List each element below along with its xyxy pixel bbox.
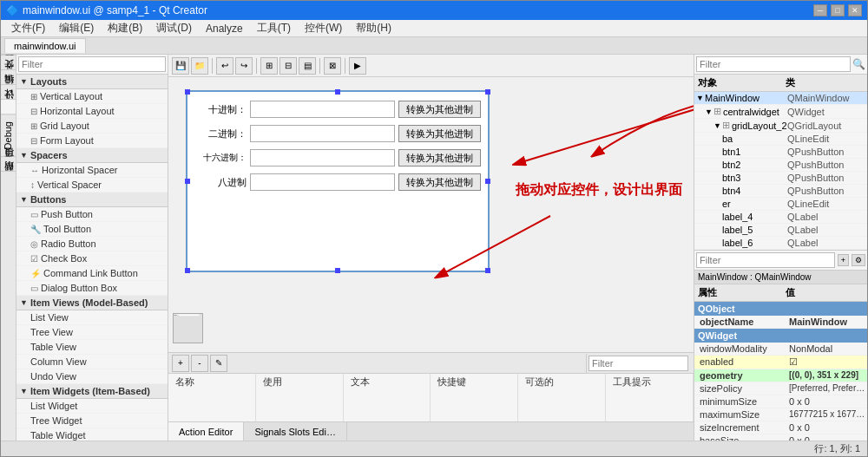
widget-check-box[interactable]: ☑ Check Box <box>16 251 168 266</box>
tree-item-btn1[interactable]: btn1 QPushButton <box>694 146 867 159</box>
input-decimal[interactable] <box>250 101 395 118</box>
tree-item-btn4[interactable]: btn4 QPushButton <box>694 185 867 198</box>
design-toolbar: 💾 📁 ↩ ↪ ⊞ ⊟ ▤ ⊠ ▶ <box>168 55 694 77</box>
menu-file[interactable]: 文件(F) <box>4 19 52 37</box>
toolbar-btn-preview[interactable]: ▶ <box>349 57 366 75</box>
tree-item-label4[interactable]: label_4 QLabel <box>694 211 867 224</box>
close-button[interactable]: ✕ <box>848 4 862 16</box>
bottom-filter-input[interactable] <box>589 356 688 371</box>
expand-icon: ▼ <box>20 195 28 204</box>
section-buttons[interactable]: ▼ Buttons <box>16 193 168 207</box>
prop-sizeincrement: sizeIncrement 0 x 0 <box>694 421 867 434</box>
vert-tab-edit[interactable]: 编辑 <box>1 84 16 99</box>
vert-tab-help[interactable]: 帮助 <box>1 171 16 186</box>
props-filter-btn[interactable]: + <box>838 254 849 266</box>
toolbar-btn-break[interactable]: ⊠ <box>324 57 341 75</box>
toolbar-btn-form[interactable]: ▤ <box>299 57 316 75</box>
tree-item-btn3[interactable]: btn3 QPushButton <box>694 172 867 185</box>
widget-filter-input[interactable] <box>18 56 166 72</box>
handle-tm <box>335 89 340 95</box>
menu-debug[interactable]: 调试(D) <box>149 19 199 37</box>
filter-icon: 🔍 <box>852 58 865 70</box>
widget-table-view[interactable]: Table View <box>16 340 168 355</box>
widget-tree-widget[interactable]: Tree Widget <box>16 414 168 428</box>
tab-signals-slots[interactable]: Signals Slots Edi… <box>244 422 347 441</box>
widget-list-widget[interactable]: List Widget <box>16 399 168 414</box>
btn-convert-0[interactable]: 转换为其他进制 <box>398 101 481 118</box>
file-tab[interactable]: mainwindow.ui <box>4 38 86 53</box>
form-container[interactable]: 十进制： 转换为其他进制 二进制： 转换为其他进制 十六进制： 转 <box>186 90 490 272</box>
btn-convert-1[interactable]: 转换为其他进制 <box>398 125 481 142</box>
widget-tool-button[interactable]: 🔧 Tool Button <box>16 222 168 237</box>
props-settings-btn[interactable]: ⚙ <box>852 254 865 266</box>
tree-item-mainwindow[interactable]: ▼ MainWindow QMainWindow <box>694 92 867 105</box>
toolbar-btn-redo[interactable]: ↪ <box>235 57 253 75</box>
toolbar-btn-open[interactable]: 📁 <box>191 57 208 75</box>
widget-tree-view[interactable]: Tree View <box>16 325 168 340</box>
input-hex[interactable] <box>250 149 395 166</box>
toolbar-btn-undo[interactable]: ↩ <box>216 57 233 75</box>
menu-tools[interactable]: 工具(T) <box>250 19 298 37</box>
menu-help[interactable]: 帮助(H) <box>349 19 398 37</box>
tab-action-editor[interactable]: Action Editor <box>168 422 244 441</box>
vert-tab-project[interactable]: 项目 <box>1 156 16 171</box>
vert-tab-debug[interactable]: Debug <box>1 114 16 156</box>
menu-build[interactable]: 构建(B) <box>101 19 149 37</box>
tree-item-label5[interactable]: label_5 QLabel <box>694 224 867 237</box>
section-spacers[interactable]: ▼ Spacers <box>16 148 168 163</box>
vert-tab-design[interactable]: 设计 <box>1 99 16 114</box>
widget-dialog-button[interactable]: ▭ Dialog Button Box <box>16 281 168 296</box>
widget-column-view[interactable]: Column View <box>16 355 168 369</box>
prop-si-value: 0 x 0 <box>787 422 865 433</box>
widget-undo-view[interactable]: Undo View <box>16 369 168 384</box>
widget-filter-box <box>16 55 168 75</box>
tree-item-ba[interactable]: ba QLineEdit <box>694 133 867 146</box>
maximize-button[interactable]: □ <box>831 4 845 16</box>
props-list: QObject objectName MainWindow QWidget wi… <box>694 302 867 441</box>
vert-tab-file[interactable]: 文件 <box>1 69 16 84</box>
btn-convert-3[interactable]: 转换为其他进制 <box>398 173 481 191</box>
handle-tl <box>185 89 190 95</box>
widget-vertical-layout[interactable]: ⊞ Vertical Layout <box>16 89 168 104</box>
btn-convert-2[interactable]: 转换为其他进制 <box>398 149 481 166</box>
action-del-btn[interactable]: - <box>191 355 208 372</box>
design-canvas[interactable]: 十进制： 转换为其他进制 二进制： 转换为其他进制 十六进制： 转 <box>168 77 694 352</box>
input-binary[interactable] <box>250 125 395 142</box>
tree-item-gridlayout[interactable]: ▼ ⊞ gridLayout_2 QGridLayout <box>694 119 867 133</box>
widget-list-view[interactable]: List View <box>16 310 168 325</box>
vert-tab-double-click[interactable]: 双击 <box>1 55 16 69</box>
layout-icon: ⊟ <box>30 136 37 146</box>
widget-vert-spacer[interactable]: ↕ Vertical Spacer <box>16 178 168 193</box>
widget-command-link[interactable]: ⚡ Command Link Button <box>16 266 168 281</box>
action-edit-btn[interactable]: ✎ <box>210 355 227 372</box>
object-filter-input[interactable] <box>696 56 851 72</box>
menu-edit[interactable]: 编辑(E) <box>52 19 101 37</box>
status-right: 行: 1, 列: 1 <box>814 442 860 455</box>
section-item-widgets[interactable]: ▼ Item Widgets (Item-Based) <box>16 384 168 399</box>
props-filter-input[interactable] <box>696 252 835 268</box>
tree-item-btn2[interactable]: btn2 QPushButton <box>694 159 867 172</box>
tree-item-label6[interactable]: label_6 QLabel <box>694 237 867 250</box>
tree-item-centralwidget[interactable]: ▼ ⊞ centralwidget QWidget <box>694 105 867 119</box>
minimize-button[interactable]: ─ <box>813 4 827 16</box>
tree-item-er[interactable]: er QLineEdit <box>694 198 867 211</box>
toolbar-btn-save[interactable]: 💾 <box>172 57 189 75</box>
input-octal[interactable] <box>250 173 395 191</box>
toolbar-btn-align[interactable]: ⊞ <box>260 57 278 75</box>
prop-enabled-value: ☑ <box>787 356 865 368</box>
widget-table-widget[interactable]: Table Widget <box>16 428 168 441</box>
widget-horiz-spacer[interactable]: ↔ Horizontal Spacer <box>16 163 168 178</box>
widget-push-button[interactable]: ▭ Push Button <box>16 207 168 222</box>
action-add-btn[interactable]: + <box>172 355 189 372</box>
bottom-panel: + - ✎ 名称 使用 文本 快捷键 可选的 工具提示 <box>168 352 694 421</box>
widget-form-layout[interactable]: ⊟ Form Layout <box>16 134 168 148</box>
menu-analyze[interactable]: Analyze <box>199 21 250 36</box>
section-item-views[interactable]: ▼ Item Views (Model-Based) <box>16 296 168 310</box>
widget-grid-layout[interactable]: ⊞ Grid Layout <box>16 119 168 134</box>
toolbar-btn-grid[interactable]: ⊟ <box>279 57 297 75</box>
widget-horizontal-layout[interactable]: ⊟ Horizontal Layout <box>16 104 168 119</box>
menu-widget[interactable]: 控件(W) <box>298 19 349 37</box>
button-icon: ▭ <box>30 210 38 219</box>
widget-radio-button[interactable]: ◎ Radio Button <box>16 237 168 251</box>
section-layouts[interactable]: ▼ Layouts <box>16 75 168 89</box>
